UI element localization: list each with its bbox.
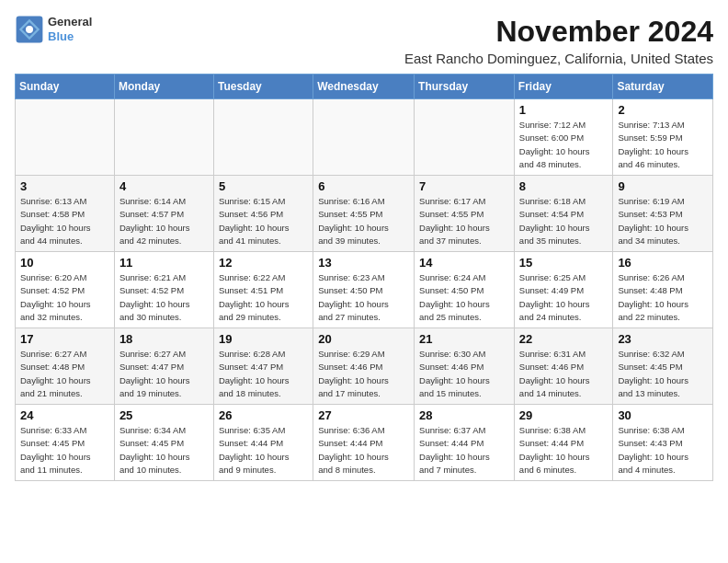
table-row: 3Sunrise: 6:13 AMSunset: 4:58 PMDaylight…: [16, 176, 115, 252]
day-number: 12: [219, 256, 308, 270]
logo-line1: General: [48, 15, 92, 29]
table-row: 27Sunrise: 6:36 AMSunset: 4:44 PMDayligh…: [313, 405, 415, 481]
table-row: 24Sunrise: 6:33 AMSunset: 4:45 PMDayligh…: [16, 405, 115, 481]
day-info: Sunrise: 6:36 AMSunset: 4:44 PMDaylight:…: [318, 424, 409, 477]
col-monday: Monday: [114, 75, 213, 99]
table-row: 23Sunrise: 6:32 AMSunset: 4:45 PMDayligh…: [613, 328, 713, 405]
day-number: 3: [20, 179, 109, 193]
day-info: Sunrise: 6:27 AMSunset: 4:48 PMDaylight:…: [20, 348, 109, 400]
logo-line2: Blue: [48, 29, 92, 44]
day-info: Sunrise: 6:27 AMSunset: 4:47 PMDaylight:…: [119, 348, 209, 400]
table-row: 1Sunrise: 7:12 AMSunset: 6:00 PMDaylight…: [514, 99, 613, 176]
table-row: [114, 99, 213, 176]
table-row: [415, 99, 515, 176]
day-number: 2: [618, 103, 708, 117]
day-info: Sunrise: 6:37 AMSunset: 4:44 PMDaylight:…: [419, 424, 509, 477]
table-row: 13Sunrise: 6:23 AMSunset: 4:50 PMDayligh…: [313, 252, 415, 328]
day-info: Sunrise: 6:17 AMSunset: 4:55 PMDaylight:…: [419, 195, 509, 247]
day-number: 14: [419, 256, 509, 270]
col-tuesday: Tuesday: [213, 75, 313, 99]
col-wednesday: Wednesday: [313, 75, 415, 99]
day-info: Sunrise: 6:20 AMSunset: 4:52 PMDaylight:…: [20, 271, 109, 324]
day-info: Sunrise: 6:38 AMSunset: 4:44 PMDaylight:…: [519, 424, 609, 477]
day-info: Sunrise: 7:13 AMSunset: 5:59 PMDaylight:…: [618, 119, 708, 171]
table-row: 6Sunrise: 6:16 AMSunset: 4:55 PMDaylight…: [313, 176, 415, 252]
day-number: 20: [318, 332, 409, 346]
table-row: 14Sunrise: 6:24 AMSunset: 4:50 PMDayligh…: [415, 252, 515, 328]
day-info: Sunrise: 6:28 AMSunset: 4:47 PMDaylight:…: [219, 348, 308, 400]
calendar-week-row: 1Sunrise: 7:12 AMSunset: 6:00 PMDaylight…: [16, 99, 713, 176]
day-number: 29: [519, 408, 609, 422]
day-info: Sunrise: 6:19 AMSunset: 4:53 PMDaylight:…: [618, 195, 708, 247]
table-row: 12Sunrise: 6:22 AMSunset: 4:51 PMDayligh…: [213, 252, 313, 328]
day-number: 15: [519, 256, 609, 270]
day-number: 25: [119, 408, 209, 422]
calendar-week-row: 17Sunrise: 6:27 AMSunset: 4:48 PMDayligh…: [16, 328, 713, 405]
table-row: 21Sunrise: 6:30 AMSunset: 4:46 PMDayligh…: [415, 328, 515, 405]
table-row: 8Sunrise: 6:18 AMSunset: 4:54 PMDaylight…: [514, 176, 613, 252]
table-row: 15Sunrise: 6:25 AMSunset: 4:49 PMDayligh…: [514, 252, 613, 328]
day-number: 8: [519, 179, 609, 193]
day-number: 9: [618, 179, 708, 193]
calendar: Sunday Monday Tuesday Wednesday Thursday…: [15, 74, 713, 481]
day-number: 19: [219, 332, 308, 346]
day-info: Sunrise: 6:24 AMSunset: 4:50 PMDaylight:…: [419, 271, 509, 324]
table-row: 26Sunrise: 6:35 AMSunset: 4:44 PMDayligh…: [213, 405, 313, 481]
day-info: Sunrise: 6:13 AMSunset: 4:58 PMDaylight:…: [20, 195, 109, 247]
day-info: Sunrise: 6:34 AMSunset: 4:45 PMDaylight:…: [119, 424, 209, 477]
title-area: November 2024 East Rancho Dominguez, Cal…: [404, 15, 713, 66]
day-number: 21: [419, 332, 509, 346]
col-friday: Friday: [514, 75, 613, 99]
day-info: Sunrise: 6:15 AMSunset: 4:56 PMDaylight:…: [219, 195, 308, 247]
col-saturday: Saturday: [613, 75, 713, 99]
day-info: Sunrise: 6:30 AMSunset: 4:46 PMDaylight:…: [419, 348, 509, 400]
day-info: Sunrise: 6:26 AMSunset: 4:48 PMDaylight:…: [618, 271, 708, 324]
table-row: [313, 99, 415, 176]
table-row: 18Sunrise: 6:27 AMSunset: 4:47 PMDayligh…: [114, 328, 213, 405]
table-row: 4Sunrise: 6:14 AMSunset: 4:57 PMDaylight…: [114, 176, 213, 252]
logo: General Blue: [15, 15, 92, 44]
day-info: Sunrise: 6:33 AMSunset: 4:45 PMDaylight:…: [20, 424, 109, 477]
svg-point-3: [26, 26, 33, 33]
logo-text: General Blue: [48, 15, 92, 43]
table-row: 22Sunrise: 6:31 AMSunset: 4:46 PMDayligh…: [514, 328, 613, 405]
day-number: 22: [519, 332, 609, 346]
calendar-week-row: 10Sunrise: 6:20 AMSunset: 4:52 PMDayligh…: [16, 252, 713, 328]
day-info: Sunrise: 6:18 AMSunset: 4:54 PMDaylight:…: [519, 195, 609, 247]
calendar-header-row: Sunday Monday Tuesday Wednesday Thursday…: [16, 75, 713, 99]
calendar-week-row: 3Sunrise: 6:13 AMSunset: 4:58 PMDaylight…: [16, 176, 713, 252]
day-info: Sunrise: 6:32 AMSunset: 4:45 PMDaylight:…: [618, 348, 708, 400]
month-title: November 2024: [404, 15, 713, 49]
table-row: 7Sunrise: 6:17 AMSunset: 4:55 PMDaylight…: [415, 176, 515, 252]
col-thursday: Thursday: [415, 75, 515, 99]
day-number: 26: [219, 408, 308, 422]
day-number: 30: [618, 408, 708, 422]
day-info: Sunrise: 6:22 AMSunset: 4:51 PMDaylight:…: [219, 271, 308, 324]
table-row: 30Sunrise: 6:38 AMSunset: 4:43 PMDayligh…: [613, 405, 713, 481]
table-row: 11Sunrise: 6:21 AMSunset: 4:52 PMDayligh…: [114, 252, 213, 328]
day-number: 4: [119, 179, 209, 193]
table-row: 29Sunrise: 6:38 AMSunset: 4:44 PMDayligh…: [514, 405, 613, 481]
day-info: Sunrise: 6:14 AMSunset: 4:57 PMDaylight:…: [119, 195, 209, 247]
location-title: East Rancho Dominguez, California, Unite…: [404, 51, 713, 66]
header: General Blue November 2024 East Rancho D…: [15, 15, 713, 66]
day-number: 18: [119, 332, 209, 346]
logo-icon: [15, 15, 44, 44]
day-number: 24: [20, 408, 109, 422]
day-number: 27: [318, 408, 409, 422]
day-info: Sunrise: 7:12 AMSunset: 6:00 PMDaylight:…: [519, 119, 609, 171]
table-row: [213, 99, 313, 176]
day-info: Sunrise: 6:25 AMSunset: 4:49 PMDaylight:…: [519, 271, 609, 324]
day-info: Sunrise: 6:31 AMSunset: 4:46 PMDaylight:…: [519, 348, 609, 400]
table-row: 19Sunrise: 6:28 AMSunset: 4:47 PMDayligh…: [213, 328, 313, 405]
day-info: Sunrise: 6:35 AMSunset: 4:44 PMDaylight:…: [219, 424, 308, 477]
day-number: 28: [419, 408, 509, 422]
day-number: 23: [618, 332, 708, 346]
table-row: 9Sunrise: 6:19 AMSunset: 4:53 PMDaylight…: [613, 176, 713, 252]
day-number: 17: [20, 332, 109, 346]
table-row: 5Sunrise: 6:15 AMSunset: 4:56 PMDaylight…: [213, 176, 313, 252]
table-row: 2Sunrise: 7:13 AMSunset: 5:59 PMDaylight…: [613, 99, 713, 176]
day-number: 11: [119, 256, 209, 270]
day-number: 13: [318, 256, 409, 270]
day-number: 7: [419, 179, 509, 193]
